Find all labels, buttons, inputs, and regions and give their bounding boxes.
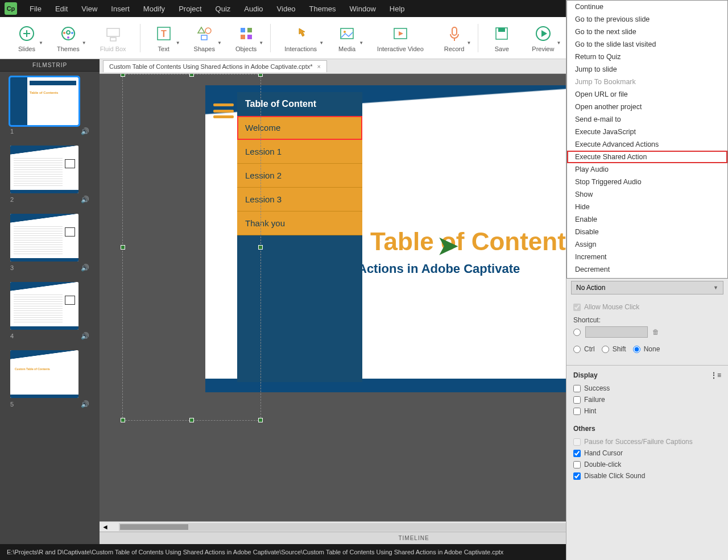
svg-rect-13 (241, 28, 245, 32)
double-click-label: Double-click (584, 461, 621, 468)
action-item[interactable]: Go to the next slide (567, 26, 727, 38)
action-item[interactable]: Send e-mail to (567, 113, 727, 126)
menu-video[interactable]: Video (271, 2, 301, 15)
action-item[interactable]: Stop Triggered Audio (567, 176, 727, 188)
action-item[interactable]: Show (567, 188, 727, 201)
audio-icon[interactable]: 🔊 (81, 196, 89, 204)
action-item[interactable]: Assign (567, 238, 727, 251)
record-label: Record (444, 45, 464, 52)
action-item[interactable]: Execute Advanced Actions (567, 138, 727, 151)
text-button[interactable]: T ▼ Text (144, 20, 184, 56)
ctrl-radio[interactable] (573, 346, 581, 353)
menu-insert[interactable]: Insert (105, 2, 135, 15)
toc-item-0[interactable]: Welcome (237, 116, 362, 140)
action-item[interactable]: Execute JavaScript (567, 126, 727, 138)
action-item[interactable]: Increment (567, 251, 727, 263)
objects-button[interactable]: ▼ Objects (225, 20, 267, 56)
menu-edit[interactable]: Edit (49, 2, 73, 15)
menu-audio[interactable]: Audio (238, 2, 268, 15)
shortcut-field[interactable] (585, 326, 648, 338)
toc-item-4[interactable]: Thank you (237, 211, 362, 235)
themes-button[interactable]: ▼ Themes (47, 20, 90, 56)
action-item[interactable]: Jump to slide (567, 63, 727, 76)
media-label: Media (338, 45, 355, 52)
hand-cursor-checkbox[interactable] (573, 450, 581, 457)
action-item[interactable]: Play Audio (567, 163, 727, 176)
menu-themes[interactable]: Themes (304, 2, 342, 15)
audio-icon[interactable]: 🔊 (81, 332, 89, 340)
action-item[interactable]: Enable (567, 213, 727, 226)
action-item[interactable]: Open another project (567, 101, 727, 113)
pause-captions-label: Pause for Success/Failure Captions (584, 438, 693, 446)
shift-radio[interactable] (602, 346, 609, 353)
tab-close-icon[interactable]: × (317, 63, 321, 70)
toc-item-3[interactable]: Lession 3 (237, 188, 362, 211)
action-item[interactable]: Hide (567, 201, 727, 213)
action-item[interactable]: Open URL or file (567, 88, 727, 101)
allow-mouse-label: Allow Mouse Click (584, 303, 639, 311)
success-label: Success (584, 384, 610, 392)
audio-icon[interactable]: 🔊 (81, 127, 89, 135)
action-item[interactable]: Pause (567, 276, 727, 279)
toc-panel[interactable]: Table of Content WelcomeLession 1Lession… (237, 92, 362, 382)
action-item[interactable]: Disable (567, 226, 727, 238)
action-item[interactable]: Return to Quiz (567, 51, 727, 63)
svg-rect-21 (452, 27, 457, 35)
success-checkbox[interactable] (573, 385, 581, 392)
toc-item-1[interactable]: Lession 1 (237, 140, 362, 164)
ivideo-label: Interactive Video (377, 45, 424, 52)
document-tab[interactable]: Custom Table of Contents Using Shared Ac… (103, 60, 327, 72)
action-item[interactable]: Go to the slide last visited (567, 38, 727, 51)
text-label: Text (158, 45, 169, 52)
svg-marker-20 (399, 31, 403, 36)
media-button[interactable]: ▼ Media (327, 20, 367, 56)
hamburger-icon[interactable] (213, 103, 234, 118)
menu-help[interactable]: Help (384, 2, 411, 15)
slide-thumb-2[interactable] (10, 146, 78, 193)
action-item[interactable]: Go to the previous slide (567, 13, 727, 26)
menu-modify[interactable]: Modify (138, 2, 171, 15)
slide-thumb-4[interactable] (10, 282, 78, 330)
preview-button[interactable]: ▼ Preview (522, 20, 564, 56)
menu-file[interactable]: File (24, 2, 47, 15)
toc-item-2[interactable]: Lession 2 (237, 164, 362, 188)
menu-window[interactable]: Window (344, 2, 382, 15)
disable-sound-checkbox[interactable] (573, 472, 581, 480)
action-item[interactable]: Decrement (567, 263, 727, 276)
action-item[interactable]: Execute Shared Action (567, 151, 727, 163)
interactions-button[interactable]: ▼ Interactions (274, 20, 327, 56)
save-button[interactable]: Save (482, 20, 522, 56)
combo-caret-icon[interactable]: ▼ (713, 285, 718, 291)
slide-stage[interactable]: S Table ➤of Contents Actions in Adobe Ca… (205, 85, 626, 392)
record-button[interactable]: ▼ Record (434, 20, 474, 56)
action-item[interactable]: Continue (567, 1, 727, 13)
shortcut-radio[interactable] (573, 329, 581, 336)
svg-rect-6 (107, 28, 119, 36)
svg-rect-14 (247, 28, 252, 32)
svg-point-5 (67, 36, 69, 39)
menu-project[interactable]: Project (173, 2, 207, 15)
shapes-button[interactable]: ▼ Shapes (184, 20, 225, 56)
hint-checkbox[interactable] (573, 408, 581, 415)
slide-thumb-5[interactable]: Custom Table of Contents (10, 350, 78, 398)
double-click-checkbox[interactable] (573, 461, 581, 468)
tab-title: Custom Table of Contents Using Shared Ac… (109, 63, 313, 70)
menu-quiz[interactable]: Quiz (210, 2, 237, 15)
failure-checkbox[interactable] (573, 396, 581, 404)
others-head: Others (573, 425, 595, 433)
slide-thumb-1[interactable]: Table of Contents (10, 77, 78, 125)
audio-icon[interactable]: 🔊 (81, 264, 89, 272)
slide-thumb-3[interactable] (10, 214, 78, 262)
none-radio[interactable] (633, 346, 640, 353)
trash-icon[interactable]: 🗑 (652, 328, 659, 336)
filmstrip-header: FILMSTRIP (0, 59, 100, 72)
action-dropdown-list[interactable]: ContinueGo to the previous slideGo to th… (566, 0, 728, 279)
svg-point-4 (71, 32, 73, 34)
action-combo[interactable]: No Action ▼ (571, 281, 723, 294)
interactive-video-button[interactable]: Interactive Video (367, 20, 434, 56)
section-menu-icon[interactable]: ⋮≡ (710, 371, 721, 379)
status-path: E:\Projects\R and D\Captivate\Custom Tab… (7, 549, 503, 555)
audio-icon[interactable]: 🔊 (81, 400, 89, 408)
slides-button[interactable]: ▼ Slides (7, 20, 47, 56)
menu-view[interactable]: View (76, 2, 103, 15)
